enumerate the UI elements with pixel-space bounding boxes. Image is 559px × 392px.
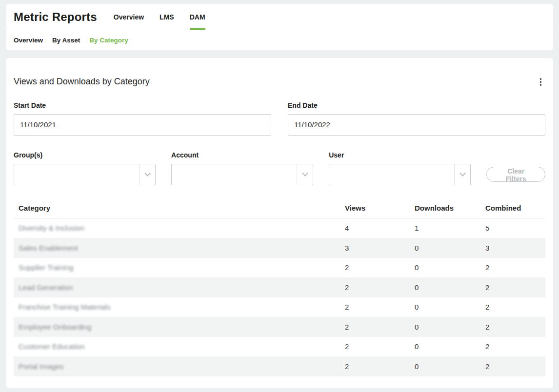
combined-cell: 2 — [480, 342, 545, 351]
groups-label: Group(s) — [14, 151, 156, 159]
chevron-down-icon[interactable] — [454, 164, 470, 185]
chevron-down-icon[interactable] — [297, 164, 313, 185]
combined-cell: 3 — [480, 244, 545, 252]
combined-cell: 2 — [480, 323, 545, 331]
tab-dam[interactable]: DAM — [190, 4, 205, 30]
views-cell: 2 — [340, 342, 410, 351]
category-cell[interactable]: Lead Generation — [14, 283, 340, 292]
category-cell[interactable]: Franchise Training Materials — [14, 303, 340, 311]
subnav-item-by-asset[interactable]: By Asset — [52, 37, 80, 44]
views-cell: 4 — [340, 224, 410, 232]
user-filter-group: User — [329, 151, 471, 185]
downloads-cell: 0 — [410, 263, 480, 272]
combined-cell: 2 — [480, 362, 545, 371]
table-row: Sales Enablement303 — [14, 238, 545, 258]
subnav-item-overview[interactable]: Overview — [14, 37, 43, 44]
category-table: Category Views Downloads Combined Divers… — [14, 198, 545, 376]
category-cell[interactable]: Customer Education — [14, 342, 340, 351]
account-label: Account — [171, 151, 313, 159]
table-row: Diversity & Inclusion415 — [14, 218, 545, 238]
chevron-down-icon[interactable] — [139, 164, 155, 185]
subnav: OverviewBy AssetBy Category — [6, 30, 553, 50]
table-body: Diversity & Inclusion415Sales Enablement… — [14, 218, 545, 376]
category-cell[interactable]: Sales Enablement — [14, 244, 340, 252]
page-header: Metric Reports OverviewLMSDAM OverviewBy… — [6, 4, 553, 50]
downloads-cell: 0 — [410, 244, 480, 252]
combined-cell: 2 — [480, 283, 545, 292]
groups-input[interactable] — [14, 164, 139, 185]
views-cell: 3 — [340, 244, 410, 252]
start-date-group: Start Date — [14, 101, 271, 136]
views-cell: 2 — [340, 283, 410, 292]
clear-filters-button[interactable]: Clear Filters — [486, 167, 545, 182]
account-input[interactable] — [172, 164, 297, 185]
table-header-row: Category Views Downloads Combined — [14, 198, 545, 218]
panel-title: Views and Downloads by Category — [14, 77, 150, 87]
user-dropdown[interactable] — [329, 164, 471, 185]
kebab-menu-icon[interactable] — [536, 76, 546, 88]
table-row: Lead Generation202 — [14, 277, 545, 297]
panel-header: Views and Downloads by Category — [14, 76, 545, 88]
chevron-glyph — [144, 170, 151, 176]
category-cell[interactable]: Employee Onboarding — [14, 323, 340, 331]
category-cell[interactable]: Supplier Training — [14, 263, 340, 272]
column-header-combined: Combined — [480, 204, 545, 212]
start-date-input[interactable] — [14, 114, 271, 136]
downloads-cell: 0 — [410, 303, 480, 311]
start-date-label: Start Date — [14, 101, 271, 109]
category-cell[interactable]: Portal Images — [14, 362, 340, 371]
combined-cell: 5 — [480, 224, 545, 232]
chevron-glyph — [302, 170, 308, 176]
user-label: User — [329, 151, 471, 159]
category-cell[interactable]: Diversity & Inclusion — [14, 224, 340, 232]
groups-filter-group: Group(s) — [14, 151, 156, 185]
end-date-label: End Date — [288, 101, 545, 109]
tab-overview[interactable]: Overview — [114, 4, 144, 30]
downloads-cell: 1 — [410, 224, 480, 232]
combined-cell: 2 — [480, 303, 545, 311]
header-tabs: OverviewLMSDAM — [114, 4, 205, 30]
column-header-downloads: Downloads — [410, 204, 480, 212]
views-cell: 2 — [340, 323, 410, 331]
page-title: Metric Reports — [14, 10, 97, 24]
column-header-views: Views — [340, 204, 410, 212]
table-row: Employee Onboarding202 — [14, 317, 545, 337]
end-date-input[interactable] — [288, 114, 545, 136]
table-row: Franchise Training Materials202 — [14, 297, 545, 317]
chevron-glyph — [459, 170, 466, 176]
account-dropdown[interactable] — [171, 164, 313, 185]
select-filters: Group(s) Account User Clear Filters — [14, 151, 545, 185]
account-filter-group: Account — [171, 151, 313, 185]
views-cell: 2 — [340, 362, 410, 371]
downloads-cell: 0 — [410, 342, 480, 351]
table-row: Customer Education202 — [14, 337, 545, 357]
combined-cell: 2 — [480, 263, 545, 272]
downloads-cell: 0 — [410, 362, 480, 371]
groups-dropdown[interactable] — [14, 164, 156, 185]
downloads-cell: 0 — [410, 323, 480, 331]
date-filters: Start Date End Date — [14, 101, 545, 136]
report-panel: Views and Downloads by Category Start Da… — [6, 58, 553, 388]
table-row: Portal Images202 — [14, 356, 545, 376]
views-cell: 2 — [340, 303, 410, 311]
tab-lms[interactable]: LMS — [160, 4, 174, 30]
end-date-group: End Date — [288, 101, 545, 136]
column-header-category: Category — [14, 204, 340, 212]
views-cell: 2 — [340, 263, 410, 272]
user-input[interactable] — [329, 164, 454, 185]
downloads-cell: 0 — [410, 283, 480, 292]
table-row: Supplier Training202 — [14, 258, 545, 278]
header-top-row: Metric Reports OverviewLMSDAM — [6, 4, 553, 30]
subnav-item-by-category[interactable]: By Category — [89, 37, 128, 44]
